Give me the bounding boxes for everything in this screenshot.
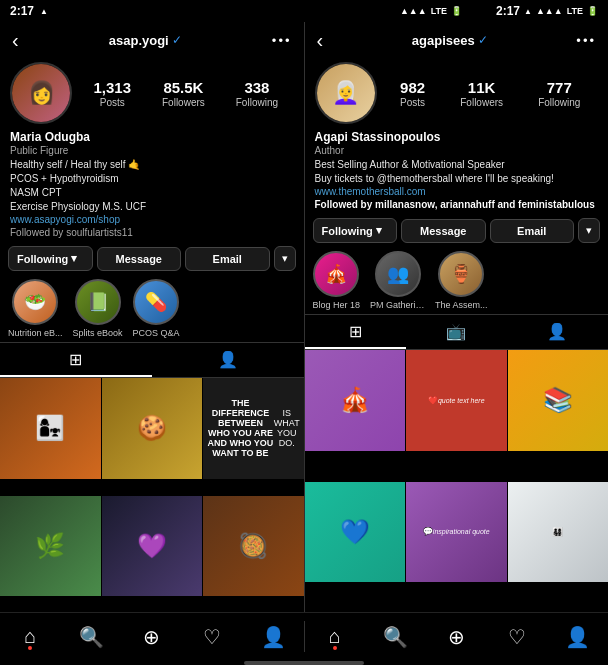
- right-action-buttons: Following Message Email ▾: [305, 214, 609, 247]
- left-profile-icon: 👤: [261, 625, 286, 649]
- left-photo-5[interactable]: 🥘: [203, 496, 304, 597]
- left-following-button[interactable]: Following: [8, 246, 93, 271]
- left-followers-stat: 85.5K Followers: [162, 79, 205, 108]
- right-nav-add[interactable]: ⊕: [426, 613, 487, 660]
- left-bio-link[interactable]: www.asapyogi.com/shop: [10, 214, 294, 225]
- right-photo-1[interactable]: ❤️quote text here: [406, 350, 507, 451]
- left-following-stat[interactable]: 338 Following: [236, 79, 278, 108]
- left-photo-1[interactable]: 🍪: [102, 378, 203, 479]
- left-highlight-2[interactable]: 💊 PCOS Q&A: [133, 279, 180, 338]
- right-highlight-circle-0: 🎪: [313, 251, 359, 297]
- left-profile: ‹ asap.yogi ✓ ••• 👩 1,313 Posts 85.5K: [0, 22, 304, 612]
- right-message-button[interactable]: Message: [401, 219, 486, 243]
- right-highlight-2[interactable]: 🏺 The Assem...: [435, 251, 488, 310]
- right-highlight-label-2: The Assem...: [435, 300, 488, 310]
- left-photo-0[interactable]: 👩‍👧: [0, 378, 101, 479]
- right-username-area: agapisees ✓: [412, 33, 488, 48]
- right-bio-link[interactable]: www.themothersball.com: [315, 186, 599, 197]
- left-more-options-button[interactable]: ▾: [274, 246, 296, 271]
- left-tab-bar: ⊞ 👤: [0, 342, 304, 378]
- left-highlight-1[interactable]: 📗 Splits eBook: [73, 279, 123, 338]
- left-avatar: 👩: [10, 62, 72, 124]
- right-photo-2[interactable]: 📚: [508, 350, 609, 451]
- left-bottom-nav: ⌂ 🔍 ⊕ ♡ 👤: [0, 613, 304, 660]
- right-following-button[interactable]: Following: [313, 218, 398, 243]
- right-lte: LTE: [431, 6, 447, 16]
- left-email-button[interactable]: Email: [185, 247, 270, 271]
- right-tab-bar: ⊞ 📺 👤: [305, 314, 609, 350]
- left-action-buttons: Following Message Email ▾: [0, 242, 304, 275]
- right-posts-stat: 982 Posts: [400, 79, 425, 108]
- right-signal2: ▲▲▲: [536, 6, 563, 16]
- right-photo-4[interactable]: 💬inspirational quote: [406, 482, 507, 583]
- right-home-dot: [333, 646, 337, 650]
- left-highlights: 🥗 Nutrition eB... 📗 Splits eBook 💊 PCOS …: [0, 275, 304, 342]
- right-grid-icon: ⊞: [349, 322, 362, 341]
- right-status-icon2: ▲: [524, 7, 532, 16]
- left-photo-3[interactable]: 🌿: [0, 496, 101, 597]
- left-bio-category: Public Figure: [10, 145, 294, 156]
- left-nav-search[interactable]: 🔍: [61, 613, 122, 660]
- right-bio-category: Author: [315, 145, 599, 156]
- left-tab-grid[interactable]: ⊞: [0, 343, 152, 377]
- right-email-button[interactable]: Email: [490, 219, 575, 243]
- left-highlight-0[interactable]: 🥗 Nutrition eB...: [8, 279, 63, 338]
- left-verified-badge: ✓: [172, 33, 182, 47]
- left-username-area: asap.yogi ✓: [109, 22, 182, 58]
- left-more-button[interactable]: •••: [272, 33, 292, 48]
- left-highlight-circle-1: 📗: [75, 279, 121, 325]
- left-tab-tagged[interactable]: 👤: [152, 343, 304, 377]
- left-tagged-icon: 👤: [218, 350, 238, 369]
- left-photo-grid: 👩‍👧 🍪 THE DIFFERENCE BETWEEN WHO YOU ARE…: [0, 378, 304, 612]
- right-nav-likes[interactable]: ♡: [487, 613, 548, 660]
- right-following-stat[interactable]: 777 Following: [538, 79, 580, 108]
- right-tab-tv[interactable]: 📺: [406, 315, 507, 349]
- right-tv-icon: 📺: [446, 322, 466, 341]
- left-photo-2[interactable]: THE DIFFERENCE BETWEEN WHO YOU ARE AND W…: [203, 378, 304, 479]
- right-tab-grid[interactable]: ⊞: [305, 315, 406, 349]
- right-add-icon: ⊕: [448, 625, 465, 649]
- left-posts-count: 1,313: [93, 79, 131, 96]
- right-stats-row: 👩‍🦳 982 Posts 11K Followers 777 Followin…: [305, 58, 609, 130]
- left-followers-count: 85.5K: [163, 79, 203, 96]
- left-stats-group: 1,313 Posts 85.5K Followers 338 Followin…: [78, 79, 294, 108]
- right-more-options-button[interactable]: ▾: [578, 218, 600, 243]
- right-nav-home[interactable]: ⌂: [305, 613, 366, 660]
- right-following-label: Following: [538, 97, 580, 108]
- right-followers-count: 11K: [468, 79, 496, 96]
- left-photo-4[interactable]: 💜: [102, 496, 203, 597]
- right-highlight-0[interactable]: 🎪 Blog Her 18: [313, 251, 361, 310]
- right-nav-profile[interactable]: 👤: [547, 613, 608, 660]
- right-bottom-nav: ⌂ 🔍 ⊕ ♡ 👤: [305, 613, 609, 660]
- left-home-dot: [28, 646, 32, 650]
- left-following-count: 338: [244, 79, 269, 96]
- right-profile-nav: ‹ agapisees ✓ •••: [305, 22, 609, 58]
- right-nav-search[interactable]: 🔍: [365, 613, 426, 660]
- right-avatar: 👩‍🦳: [315, 62, 377, 124]
- right-profile: ‹ agapisees ✓ ••• 👩‍🦳 982 Posts 11K: [304, 22, 609, 612]
- right-photo-3[interactable]: 💙: [305, 482, 406, 583]
- right-highlight-circle-1: 👥: [375, 251, 421, 297]
- left-nav-home[interactable]: ⌂: [0, 613, 61, 660]
- left-followers-label: Followers: [162, 97, 205, 108]
- left-username: asap.yogi: [109, 33, 169, 48]
- left-message-button[interactable]: Message: [97, 247, 182, 271]
- left-back-button[interactable]: ‹: [12, 29, 19, 52]
- right-heart-icon: ♡: [508, 625, 526, 649]
- left-home-icon: ⌂: [24, 625, 36, 648]
- left-bio-name: Maria Odugba: [10, 130, 294, 144]
- right-back-button[interactable]: ‹: [317, 29, 324, 52]
- right-tab-tagged[interactable]: 👤: [507, 315, 608, 349]
- left-nav-likes[interactable]: ♡: [182, 613, 243, 660]
- left-bio-text: Healthy self / Heal thy self 🤙 PCOS + Hy…: [10, 158, 294, 214]
- right-photo-5[interactable]: 👨‍👩‍👧‍👦: [508, 482, 609, 583]
- left-nav-profile[interactable]: 👤: [243, 613, 304, 660]
- right-photo-0[interactable]: 🎪: [305, 350, 406, 451]
- home-indicator: [0, 660, 608, 665]
- right-followers-label: Followers: [460, 97, 503, 108]
- left-highlight-circle-2: 💊: [133, 279, 179, 325]
- left-nav-add[interactable]: ⊕: [121, 613, 182, 660]
- left-posts-stat: 1,313 Posts: [93, 79, 131, 108]
- right-more-button[interactable]: •••: [576, 33, 596, 48]
- right-highlight-1[interactable]: 👥 PM Gathering: [370, 251, 425, 310]
